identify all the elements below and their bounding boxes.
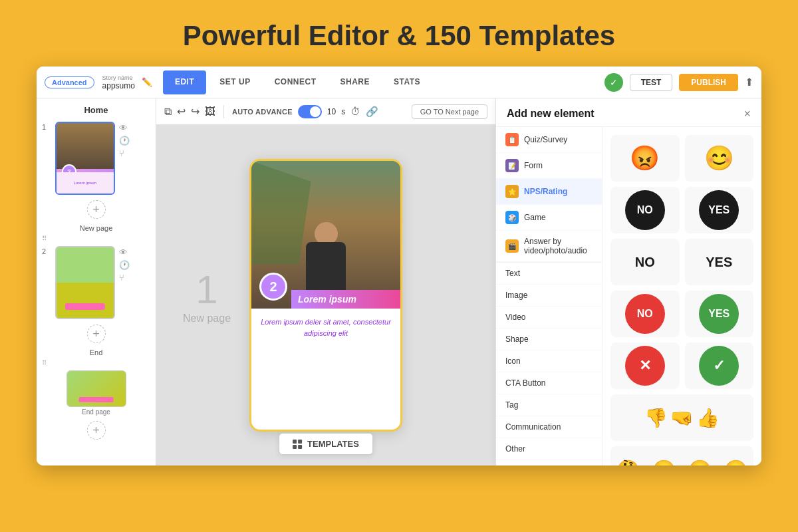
redo-icon[interactable]: ↪: [191, 105, 200, 118]
tab-connect[interactable]: CONNECT: [263, 66, 329, 98]
edit-pencil-icon[interactable]: ✏️: [142, 77, 152, 87]
yes-dark-icon: YES: [699, 190, 739, 230]
branch-icon-2[interactable]: ⑂: [119, 273, 130, 283]
story-badge: 2: [259, 273, 287, 301]
add-element-panel: Add new element × 📋 Quiz/Survey 📝: [495, 98, 761, 466]
check-green-icon: ✓: [699, 346, 739, 386]
templates-btn-label: TEMPLATES: [307, 439, 359, 449]
story-name-group: Story name appsumo: [102, 74, 135, 90]
link-icon[interactable]: 🔗: [366, 106, 378, 118]
tab-share[interactable]: SHARE: [328, 66, 382, 98]
answer-label: Answer by video/photo/audio: [524, 237, 593, 255]
surprised-emoji-icon: 😮: [688, 459, 712, 466]
sad-face-icon: 😡: [629, 142, 661, 174]
list-item-text[interactable]: Text: [496, 263, 602, 285]
eye-icon[interactable]: 👁: [119, 123, 130, 133]
list-item-answer[interactable]: 🎬 Answer by video/photo/audio: [496, 231, 602, 262]
timer-icon[interactable]: ⏱: [350, 106, 360, 117]
list-item-video[interactable]: Video: [496, 307, 602, 329]
panel-grid: 😡 😊 NO YES: [602, 127, 761, 466]
page-1-thumbnail[interactable]: 2 Lorem ipsum: [55, 122, 115, 195]
grid-icon: [293, 440, 302, 449]
yes-green-btn[interactable]: YES: [685, 291, 754, 337]
cta-label: CTA Button: [505, 378, 545, 388]
image-icon[interactable]: 🖼: [205, 106, 215, 118]
templates-button[interactable]: TEMPLATES: [279, 433, 373, 455]
branch-icon[interactable]: ⑂: [119, 148, 130, 158]
add-end-page-button[interactable]: +: [87, 421, 106, 440]
smile-emoji-icon: 🙂: [724, 459, 747, 466]
clock-icon-2[interactable]: 🕐: [119, 260, 130, 270]
tab-edit[interactable]: EDIT: [163, 70, 206, 94]
sidebar: Home 1 2 Lorem ipsum 👁 🕐: [37, 98, 156, 466]
no-red-btn[interactable]: NO: [610, 291, 680, 337]
export-icon[interactable]: ⬆: [745, 76, 753, 88]
dots-grid-icon-2[interactable]: ⠿: [37, 358, 156, 368]
layers-icon[interactable]: ⧉: [164, 106, 172, 118]
no-red-icon: NO: [625, 294, 665, 334]
sidebar-page-2: 2 👁 🕐 ⑂: [37, 243, 156, 322]
add-page-2-button[interactable]: +: [87, 325, 106, 343]
list-item-shape[interactable]: Shape: [496, 329, 602, 350]
yes-dark-btn[interactable]: YES: [685, 187, 754, 233]
image-label: Image: [505, 291, 527, 300]
dots-grid-icon[interactable]: ⠿: [37, 233, 156, 243]
right-actions: ✓ TEST PUBLISH ⬆: [604, 73, 753, 92]
clock-icon[interactable]: 🕐: [119, 136, 130, 146]
list-item-image[interactable]: Image: [496, 285, 602, 307]
advanced-badge[interactable]: Advanced: [45, 76, 94, 88]
close-button[interactable]: ×: [743, 108, 751, 120]
timer-value: 10: [327, 107, 336, 116]
toolbar-divider: [223, 105, 224, 118]
page-2-icons: 👁 🕐 ⑂: [119, 246, 130, 283]
yes-text-btn[interactable]: YES: [685, 239, 754, 285]
story-card[interactable]: 2 Lorem ipsum Lorem ipsum deler sit amet…: [249, 159, 402, 432]
tab-setup[interactable]: SET UP: [207, 66, 262, 98]
page-1-icons: 👁 🕐 ⑂: [119, 122, 130, 158]
no-dark-btn[interactable]: NO: [610, 187, 680, 233]
publish-button[interactable]: PUBLISH: [679, 74, 738, 91]
list-item-quiz[interactable]: 📋 Quiz/Survey: [496, 127, 602, 153]
eye-icon-2[interactable]: 👁: [119, 247, 130, 257]
new-page-label-canvas: New page: [183, 313, 231, 325]
list-item-other[interactable]: Other: [496, 438, 602, 460]
happy-face-icon: 😊: [703, 142, 735, 174]
list-item-nps[interactable]: ⭐ NPS/Rating: [496, 179, 602, 205]
page-2-number: 2: [42, 246, 51, 255]
thumbs-row[interactable]: 👎 🤜 👍: [610, 394, 753, 441]
thinking-emoji-icon: 🤔: [616, 459, 640, 466]
add-page-1-button[interactable]: +: [87, 200, 106, 219]
list-item-form[interactable]: 📝 Form: [496, 153, 602, 179]
emoji-reaction-row[interactable]: 🤔 😞 😮 🙂: [610, 446, 753, 466]
check-green-btn[interactable]: ✓: [685, 342, 754, 389]
no-text-btn[interactable]: NO: [610, 239, 680, 285]
top-bar: Advanced Story name appsumo ✏️ EDIT SET …: [37, 66, 761, 98]
yes-green-icon: YES: [699, 294, 739, 334]
page-2-thumbnail[interactable]: [55, 246, 115, 319]
list-item-tag[interactable]: Tag: [496, 394, 602, 416]
emoji-sad-red[interactable]: 😡: [610, 135, 680, 182]
story-name-value: appsumo: [102, 81, 135, 90]
thumbs-down-icon: 👎: [644, 407, 668, 429]
list-item-cta[interactable]: CTA Button: [496, 372, 602, 394]
tab-stats[interactable]: STATS: [382, 66, 432, 98]
emoji-happy-blue[interactable]: 😊: [685, 135, 754, 182]
auto-advance-toggle[interactable]: [298, 105, 322, 118]
test-button[interactable]: TEST: [630, 74, 673, 91]
end-page-container: End page: [37, 368, 156, 418]
x-red-btn[interactable]: ✕: [610, 342, 680, 389]
story-body: Lorem ipsum deler sit amet, consectetur …: [251, 309, 400, 346]
answer-icon: 🎬: [505, 239, 519, 253]
list-item-communication[interactable]: Communication: [496, 416, 602, 438]
undo-icon[interactable]: ↩: [177, 105, 186, 118]
nps-icon: ⭐: [505, 185, 519, 198]
goto-button[interactable]: GO TO Next page: [412, 104, 487, 119]
shape-label: Shape: [505, 334, 529, 344]
list-item-game[interactable]: 🎲 Game: [496, 205, 602, 231]
story-name-label: Story name: [102, 74, 135, 81]
thumbs-up-icon: 👍: [696, 407, 720, 429]
story-title-text: Lorem ipsum: [298, 294, 356, 305]
canvas-area: 1 New page: [156, 125, 495, 466]
list-item-icon[interactable]: Icon: [496, 350, 602, 372]
no-dark-icon: NO: [625, 190, 665, 230]
